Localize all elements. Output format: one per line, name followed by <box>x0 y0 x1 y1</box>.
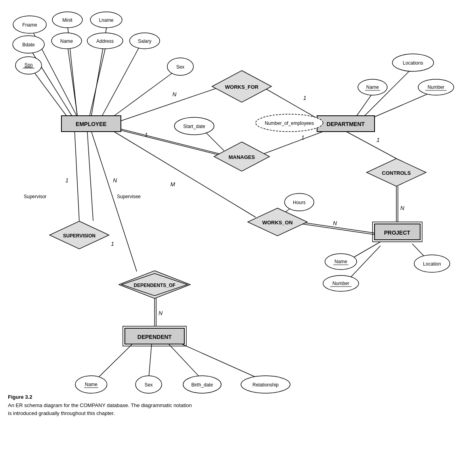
svg-text:N: N <box>400 205 405 211</box>
svg-text:N: N <box>159 310 163 316</box>
svg-line-9 <box>115 86 222 123</box>
hours-attr: Hours <box>293 200 306 205</box>
supervision-label: SUPERVISION <box>63 233 96 239</box>
svg-text:N: N <box>172 91 177 98</box>
svg-line-48 <box>93 342 135 382</box>
svg-text:1: 1 <box>111 241 114 247</box>
svg-text:1: 1 <box>377 137 380 143</box>
bdate-attr: Bdate <box>22 42 35 48</box>
svg-line-43 <box>91 131 137 272</box>
svg-line-6 <box>101 44 141 118</box>
name-dept-attr: Name <box>366 84 379 90</box>
works-for-label: WORKS_FOR <box>225 84 259 90</box>
relationship-attr: Relationship <box>252 382 279 388</box>
svg-line-37 <box>75 129 79 221</box>
svg-line-32 <box>299 224 380 235</box>
dependent-label: DEPENDENT <box>138 334 172 340</box>
svg-line-5 <box>89 44 106 118</box>
svg-line-15 <box>373 90 436 118</box>
svg-text:Supervisor: Supervisor <box>24 194 46 199</box>
svg-text:1: 1 <box>65 177 69 184</box>
svg-line-21 <box>262 131 325 155</box>
project-label: PROJECT <box>384 230 411 236</box>
svg-text:N: N <box>113 177 117 184</box>
figure-caption: Figure 3.2 An ER schema diagram for the … <box>8 394 285 417</box>
manages-label: MANAGES <box>229 154 255 160</box>
name-emp-attr: Name <box>60 38 73 44</box>
address-attr: Address <box>96 38 114 44</box>
fname-attr: Fname <box>22 22 37 28</box>
svg-line-7 <box>31 67 69 120</box>
number-proj-attr: Number <box>333 281 350 286</box>
sex-dep-attr: Sex <box>145 382 153 388</box>
svg-line-23 <box>345 131 396 159</box>
sex-emp-attr: Sex <box>176 64 185 70</box>
svg-line-50 <box>166 342 202 380</box>
department-label: DEPARTMENT <box>327 121 365 127</box>
svg-line-40 <box>87 130 93 221</box>
location-proj-attr: Location <box>423 261 441 267</box>
name-proj-attr: Name <box>335 259 347 264</box>
figure-label: Figure 3.2 <box>8 394 285 400</box>
dependents-of-label: DEPENDENTS_OF <box>134 283 175 288</box>
number-dept-attr: Number <box>428 84 445 90</box>
svg-text:1: 1 <box>303 95 306 101</box>
controls-label: CONTROLS <box>382 170 411 176</box>
svg-line-49 <box>149 342 152 380</box>
works-on-label: WORKS_ON <box>262 220 293 226</box>
birth-date-attr: Birth_date <box>191 382 213 388</box>
start-date-attr: Start_date <box>183 124 205 129</box>
locations-attr: Locations <box>403 60 423 66</box>
minit-attr: Minit <box>62 17 73 23</box>
num-employees-attr: Number_of_employees <box>265 120 314 126</box>
employee-label: EMPLOYEE <box>76 121 107 127</box>
svg-text:N: N <box>333 220 337 226</box>
svg-text:1: 1 <box>301 134 304 141</box>
svg-line-4 <box>67 44 78 118</box>
svg-line-28 <box>109 129 256 217</box>
svg-text:M: M <box>170 181 175 187</box>
figure-description: An ER schema diagram for the COMPANY dat… <box>8 402 285 417</box>
svg-line-31 <box>299 222 380 234</box>
svg-text:Supervisee: Supervisee <box>117 194 141 199</box>
lname-attr: Lname <box>99 17 114 23</box>
svg-text:1: 1 <box>145 132 148 138</box>
name-dep-attr: Name <box>85 382 97 387</box>
svg-line-8 <box>111 69 178 118</box>
salary-attr: Salary <box>138 38 151 44</box>
svg-line-51 <box>176 342 262 380</box>
er-diagram: N 1 1 1 1 N <box>0 0 476 420</box>
ssn-attr: Ssn <box>25 62 33 68</box>
